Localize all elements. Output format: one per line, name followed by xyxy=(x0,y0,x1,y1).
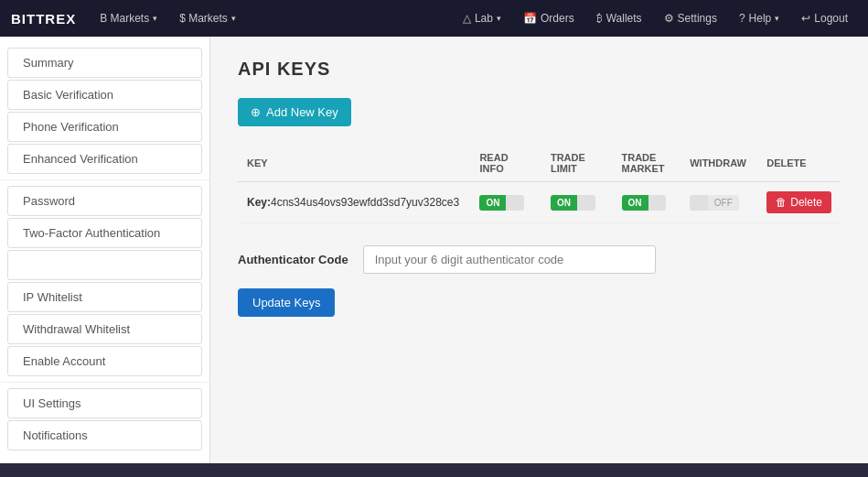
toggle-on-trade-limit[interactable]: ON xyxy=(551,195,577,211)
toggle-off-trade-limit[interactable] xyxy=(577,195,595,211)
toggle-on-trade-market[interactable]: ON xyxy=(622,195,648,211)
withdraw-toggle[interactable]: OFF xyxy=(690,195,748,211)
key-value: 4cns34us4ovs93ewfdd3sd7yuv328ce3 xyxy=(271,196,459,209)
sidebar-group-account: Summary Basic Verification Phone Verific… xyxy=(0,48,209,174)
key-cell: Key:4cns34us4ovs93ewfdd3sd7yuv328ce3 xyxy=(238,182,470,223)
gear-icon: ⚙ xyxy=(664,12,674,25)
auth-section: Authenticator Code xyxy=(238,245,841,274)
chevron-down-icon: ▾ xyxy=(497,14,501,23)
plus-icon: ⊕ xyxy=(251,105,261,119)
footer-links: About Privacy Website Status API Documen… xyxy=(0,463,868,477)
table-header-row: KEY READ INFO TRADE LIMIT TRADE MARKET W… xyxy=(238,145,841,182)
main-layout: Summary Basic Verification Phone Verific… xyxy=(0,37,868,463)
sidebar: Summary Basic Verification Phone Verific… xyxy=(0,37,210,463)
sidebar-item-enable-account[interactable]: Enable Account xyxy=(7,346,202,376)
sidebar-item-2fa[interactable]: Two-Factor Authentication xyxy=(7,218,202,248)
nav-lab[interactable]: △ Lab ▾ xyxy=(454,8,510,28)
nav-right: △ Lab ▾ 📅 Orders ₿ Wallets ⚙ Settings ? … xyxy=(454,8,857,28)
nav-dollar-markets[interactable]: $ Markets ▾ xyxy=(170,8,245,28)
sidebar-item-basic-verification[interactable]: Basic Verification xyxy=(7,80,202,110)
table-row: Key:4cns34us4ovs93ewfdd3sd7yuv328ce3 ON … xyxy=(238,182,841,223)
wallet-icon: ₿ xyxy=(596,12,603,25)
th-withdraw: WITHDRAW xyxy=(680,145,757,182)
delete-button[interactable]: 🗑 Delete xyxy=(766,191,831,213)
toggle-off-withdraw[interactable] xyxy=(690,195,708,211)
nav-b-markets[interactable]: B Markets ▾ xyxy=(91,8,166,28)
sidebar-item-enhanced-verification[interactable]: Enhanced Verification xyxy=(7,144,202,174)
sidebar-item-summary[interactable]: Summary xyxy=(7,48,202,78)
main-content: API KEYS ⊕ Add New Key KEY READ INFO TRA… xyxy=(210,37,868,463)
trash-icon: 🗑 xyxy=(776,196,787,209)
flask-icon: △ xyxy=(463,12,471,25)
sidebar-item-password[interactable]: Password xyxy=(7,186,202,216)
th-trade-market: TRADE MARKET xyxy=(613,145,681,182)
update-keys-button[interactable]: Update Keys xyxy=(238,288,335,317)
api-keys-table: KEY READ INFO TRADE LIMIT TRADE MARKET W… xyxy=(238,145,841,223)
th-delete: DELETE xyxy=(757,145,841,182)
calendar-icon: 📅 xyxy=(523,12,537,25)
trade-market-toggle[interactable]: ON xyxy=(622,195,672,211)
sidebar-group-security: Password Two-Factor Authentication API K… xyxy=(0,186,209,376)
toggle-on-withdraw[interactable]: OFF xyxy=(708,195,739,211)
logout-icon: ↩ xyxy=(801,12,810,25)
withdraw-cell: OFF xyxy=(680,182,757,223)
th-key: KEY xyxy=(238,145,470,182)
nav-orders[interactable]: 📅 Orders xyxy=(514,8,584,28)
sidebar-item-withdrawal-whitelist[interactable]: Withdrawal Whitelist xyxy=(7,314,202,344)
th-read-info: READ INFO xyxy=(470,145,541,182)
question-icon: ? xyxy=(739,12,745,25)
read-info-toggle[interactable]: ON xyxy=(479,195,532,211)
chevron-down-icon: ▾ xyxy=(153,14,157,23)
chevron-down-icon: ▾ xyxy=(231,14,236,23)
toggle-off-read[interactable] xyxy=(506,195,524,211)
auth-code-input[interactable] xyxy=(363,245,656,274)
sidebar-group-ui: UI Settings Notifications xyxy=(0,388,209,450)
th-trade-limit: TRADE LIMIT xyxy=(541,145,613,182)
nav-settings[interactable]: ⚙ Settings xyxy=(655,8,726,28)
trade-market-cell: ON xyxy=(613,182,681,223)
read-info-cell: ON xyxy=(470,182,541,223)
trade-limit-toggle[interactable]: ON xyxy=(551,195,604,211)
toggle-on-read[interactable]: ON xyxy=(479,195,506,211)
key-label: Key: xyxy=(247,196,271,209)
nav-help[interactable]: ? Help ▾ xyxy=(730,8,788,28)
sidebar-item-api-keys[interactable]: API Keys xyxy=(7,250,202,280)
delete-cell: 🗑 Delete xyxy=(757,182,841,223)
sidebar-item-ui-settings[interactable]: UI Settings xyxy=(7,388,202,418)
auth-label: Authenticator Code xyxy=(238,253,348,266)
logo: BITTREX xyxy=(11,11,76,27)
top-nav: BITTREX B Markets ▾ $ Markets ▾ △ Lab ▾ … xyxy=(0,0,868,37)
sidebar-item-phone-verification[interactable]: Phone Verification xyxy=(7,112,202,142)
trade-limit-cell: ON xyxy=(541,182,613,223)
chevron-down-icon: ▾ xyxy=(775,14,779,23)
sidebar-item-ip-whitelist[interactable]: IP Whitelist xyxy=(7,282,202,312)
page-title: API KEYS xyxy=(238,59,841,80)
toggle-off-trade-market[interactable] xyxy=(648,195,667,211)
nav-logout[interactable]: ↩ Logout xyxy=(792,8,857,28)
nav-wallets[interactable]: ₿ Wallets xyxy=(587,8,651,28)
sidebar-item-notifications[interactable]: Notifications xyxy=(7,420,202,450)
add-new-key-button[interactable]: ⊕ Add New Key xyxy=(238,98,351,126)
nav-left: B Markets ▾ $ Markets ▾ xyxy=(91,8,454,28)
sidebar-divider-2 xyxy=(0,382,209,383)
sidebar-divider xyxy=(0,179,209,180)
